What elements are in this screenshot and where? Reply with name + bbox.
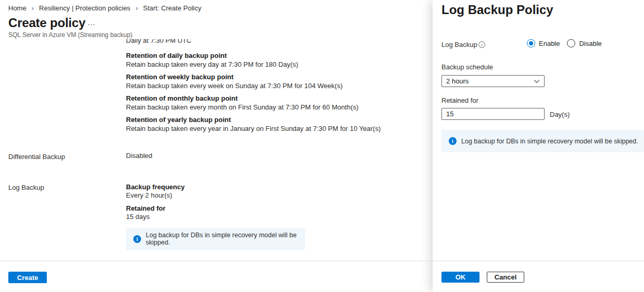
retained-for-label: Retained for xyxy=(441,96,478,104)
radio-enable-circle-icon[interactable] xyxy=(527,39,535,47)
radio-enable[interactable]: Enable xyxy=(527,39,560,47)
differential-backup-value: Disabled xyxy=(126,152,153,160)
retention-yearly-title: Retention of yearly backup point xyxy=(126,116,381,124)
radio-disable-label: Disable xyxy=(579,40,601,47)
breadcrumb-start-create-policy[interactable]: Start: Create Policy xyxy=(143,4,201,12)
info-banner-text: Log backup for DBs in simple recovery mo… xyxy=(146,232,305,246)
retained-for-suffix: Day(s) xyxy=(550,111,570,118)
log-backup-info-banner: i Log backup for DBs in simple recovery … xyxy=(126,228,305,250)
backup-schedule-selected-value: 2 hours xyxy=(446,77,469,85)
page-title: Create policy xyxy=(8,16,85,30)
retention-daily-description: Retain backup taken every day at 7:30 PM… xyxy=(126,60,298,69)
log-backup-retained-title: Retained for xyxy=(126,204,166,212)
panel-title: Log Backup Policy xyxy=(441,3,553,17)
panel-info-banner-text: Log backup for DBs in simple recovery mo… xyxy=(461,138,638,145)
retention-daily-section: Retention of daily backup point Retain b… xyxy=(126,52,298,69)
info-icon: i xyxy=(133,235,141,243)
retention-monthly-description: Retain backup taken every month on First… xyxy=(126,103,359,112)
panel-info-banner: i Log backup for DBs in simple recovery … xyxy=(441,130,644,152)
breadcrumb: Home › Resiliency | Protection policies … xyxy=(8,4,201,12)
differential-backup-label: Differential Backup xyxy=(8,153,65,161)
radio-disable[interactable]: Disable xyxy=(567,39,601,47)
create-button[interactable]: Create xyxy=(8,272,47,283)
page-subtitle: SQL Server in Azure VM (Streaming backup… xyxy=(8,31,132,39)
panel-log-backup-label: Log Backup xyxy=(441,41,477,48)
retention-monthly-title: Retention of monthly backup point xyxy=(126,94,359,103)
log-backup-policy-panel: Log Backup Policy Log Backup i Enable Di… xyxy=(433,0,644,292)
retention-yearly-section: Retention of yearly backup point Retain … xyxy=(126,116,381,133)
retention-weekly-section: Retention of weekly backup point Retain … xyxy=(126,73,343,90)
log-backup-summary-label: Log Backup xyxy=(8,184,44,191)
full-backup-schedule-clipped-text: Daily at 7:30 PM UTC xyxy=(126,39,192,46)
retention-weekly-title: Retention of weekly backup point xyxy=(126,73,343,81)
chevron-down-icon xyxy=(534,79,540,83)
cancel-button[interactable]: Cancel xyxy=(487,272,524,283)
retention-yearly-description: Retain backup taken every year in Januar… xyxy=(126,125,381,133)
radio-enable-label: Enable xyxy=(539,40,560,47)
retention-weekly-description: Retain backup taken every week on Sunday… xyxy=(126,82,343,90)
breadcrumb-protection-policies[interactable]: Resiliency | Protection policies xyxy=(39,4,130,12)
breadcrumb-separator-icon: › xyxy=(32,4,34,12)
info-tooltip-icon[interactable]: i xyxy=(478,41,485,48)
backup-schedule-dropdown[interactable]: 2 hours xyxy=(441,75,545,87)
log-backup-frequency-value: Every 2 hour(s) xyxy=(126,191,172,199)
ok-button[interactable]: OK xyxy=(441,272,479,283)
retained-for-input[interactable] xyxy=(441,108,545,120)
retention-daily-title: Retention of daily backup point xyxy=(126,52,298,60)
breadcrumb-separator-icon: › xyxy=(135,4,137,12)
log-backup-radio-group: Enable Disable xyxy=(527,39,602,47)
more-menu-icon[interactable]: … xyxy=(87,18,96,27)
create-policy-page: Home › Resiliency | Protection policies … xyxy=(0,0,644,292)
footer-divider xyxy=(0,261,644,261)
breadcrumb-home[interactable]: Home xyxy=(8,4,27,12)
backup-schedule-label: Backup schedule xyxy=(441,63,493,71)
info-icon: i xyxy=(449,137,457,145)
log-backup-retained-value: 15 days xyxy=(126,213,150,221)
radio-disable-circle-icon[interactable] xyxy=(567,39,575,47)
log-backup-frequency-title: Backup frequency xyxy=(126,183,185,191)
retention-monthly-section: Retention of monthly backup point Retain… xyxy=(126,94,359,112)
